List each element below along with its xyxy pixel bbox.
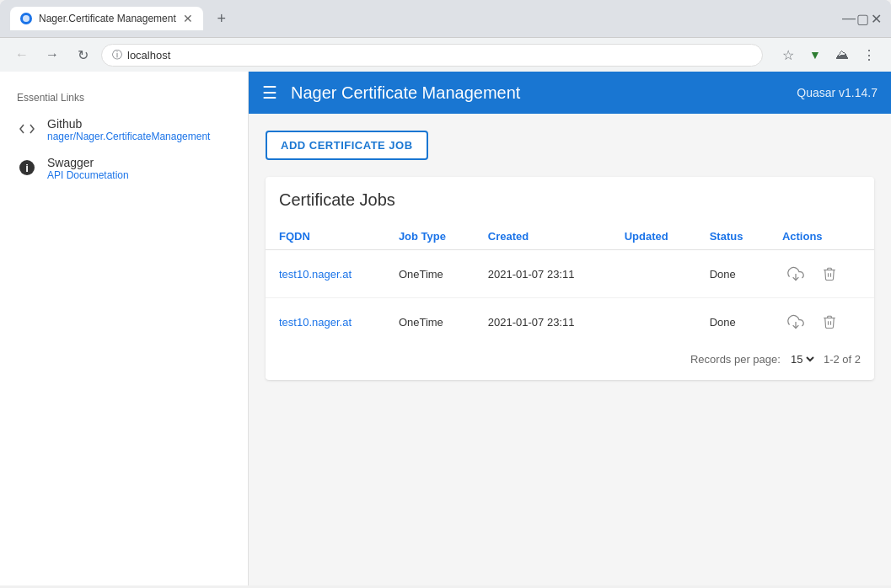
download-certificate-button[interactable] bbox=[782, 308, 809, 335]
row1-job-type: OneTime bbox=[385, 250, 475, 298]
svg-text:i: i bbox=[25, 162, 29, 174]
info-icon: i bbox=[17, 158, 37, 178]
back-button[interactable]: ← bbox=[10, 43, 34, 67]
window-controls: — ▢ ✕ bbox=[844, 13, 881, 24]
tab-title: Nager.Certificate Management bbox=[39, 13, 176, 24]
menu-icon[interactable]: ⋮ bbox=[857, 43, 881, 67]
app-header: ☰ Nager Certificate Management Quasar v1… bbox=[249, 72, 891, 114]
minimize-button[interactable]: — bbox=[844, 13, 854, 24]
header-row: FQDN Job Type Created Updated Status Act… bbox=[266, 223, 874, 250]
browser-tab[interactable]: Nager.Certificate Management ✕ bbox=[10, 7, 203, 30]
jobs-table: FQDN Job Type Created Updated Status Act… bbox=[266, 223, 874, 345]
add-certificate-job-button[interactable]: ADD CERTIFICATE JOB bbox=[266, 131, 428, 160]
records-per-page-selector[interactable]: 15 25 50 bbox=[787, 352, 817, 366]
records-per-page-label: Records per page: bbox=[690, 353, 781, 366]
table-row: test10.nager.at OneTime 2021-01-07 23:11… bbox=[266, 250, 874, 298]
row1-actions bbox=[769, 250, 874, 298]
row2-status: Done bbox=[696, 298, 769, 346]
url-text: localhost bbox=[127, 49, 752, 61]
delete-job-button[interactable] bbox=[816, 260, 843, 287]
sidebar: Essential Links Github nager/Nager.Certi… bbox=[0, 72, 249, 585]
jobs-table-wrapper: FQDN Job Type Created Updated Status Act… bbox=[266, 223, 874, 345]
col-created: Created bbox=[475, 223, 611, 250]
browser-toolbar-icons: ☆ ▼ ⛰ ⋮ bbox=[776, 43, 881, 67]
row2-fqdn: test10.nager.at bbox=[266, 298, 385, 346]
records-per-page-select[interactable]: 15 25 50 bbox=[787, 352, 817, 366]
sidebar-item-swagger[interactable]: i Swagger API Documetation bbox=[0, 149, 248, 188]
refresh-button[interactable]: ↻ bbox=[71, 43, 94, 67]
fqdn-link[interactable]: test10.nager.at bbox=[279, 268, 352, 281]
row2-action-buttons bbox=[782, 308, 861, 335]
col-status: Status bbox=[696, 223, 769, 250]
tab-close-icon[interactable]: ✕ bbox=[183, 12, 193, 25]
row1-updated bbox=[611, 250, 696, 298]
fqdn-link[interactable]: test10.nager.at bbox=[279, 316, 352, 329]
browser-chrome: Nager.Certificate Management ✕ + — ▢ ✕ ←… bbox=[0, 0, 891, 72]
main-content: ☰ Nager Certificate Management Quasar v1… bbox=[249, 72, 891, 585]
bookmark-star-icon[interactable]: ☆ bbox=[776, 43, 800, 67]
forward-button[interactable]: → bbox=[40, 43, 64, 67]
github-item-text: Github nager/Nager.CertificateManagement bbox=[47, 117, 210, 142]
sidebar-section-title: Essential Links bbox=[0, 85, 248, 110]
github-sub: nager/Nager.CertificateManagement bbox=[47, 131, 210, 142]
vuetify-icon[interactable]: ▼ bbox=[803, 43, 827, 67]
swagger-label: Swagger bbox=[47, 156, 129, 169]
app-version: Quasar v1.14.7 bbox=[797, 86, 878, 99]
col-actions: Actions bbox=[769, 223, 874, 250]
row2-updated bbox=[611, 298, 696, 346]
certificate-jobs-card: Certificate Jobs FQDN Job Type Created U… bbox=[266, 177, 874, 380]
row1-status: Done bbox=[696, 250, 769, 298]
table-header: FQDN Job Type Created Updated Status Act… bbox=[266, 223, 874, 250]
swagger-item-text: Swagger API Documetation bbox=[47, 156, 129, 181]
swagger-sub: API Documetation bbox=[47, 169, 129, 181]
sidebar-item-github[interactable]: Github nager/Nager.CertificateManagement bbox=[0, 110, 248, 149]
extensions-icon[interactable]: ⛰ bbox=[830, 43, 854, 67]
lock-icon: ⓘ bbox=[112, 48, 122, 62]
close-button[interactable]: ✕ bbox=[871, 13, 881, 24]
row1-action-buttons bbox=[782, 260, 861, 287]
hamburger-menu-icon[interactable]: ☰ bbox=[262, 83, 277, 103]
row1-created: 2021-01-07 23:11 bbox=[475, 250, 611, 298]
browser-titlebar: Nager.Certificate Management ✕ + — ▢ ✕ bbox=[0, 0, 891, 37]
tab-favicon bbox=[20, 13, 32, 24]
address-bar[interactable]: ⓘ localhost bbox=[101, 44, 763, 67]
browser-toolbar: ← → ↻ ⓘ localhost ☆ ▼ ⛰ ⋮ bbox=[0, 37, 891, 72]
table-footer: Records per page: 15 25 50 1-2 of 2 bbox=[266, 345, 874, 366]
code-icon bbox=[17, 119, 37, 139]
col-fqdn: FQDN bbox=[266, 223, 385, 250]
app-wrapper: Essential Links Github nager/Nager.Certi… bbox=[0, 72, 891, 585]
row2-actions bbox=[769, 298, 874, 346]
new-tab-button[interactable]: + bbox=[210, 7, 233, 30]
app-title: Nager Certificate Management bbox=[291, 83, 783, 103]
col-job-type: Job Type bbox=[385, 223, 475, 250]
table-row: test10.nager.at OneTime 2021-01-07 23:11… bbox=[266, 298, 874, 346]
row1-fqdn: test10.nager.at bbox=[266, 250, 385, 298]
maximize-button[interactable]: ▢ bbox=[857, 13, 867, 24]
download-certificate-button[interactable] bbox=[782, 260, 809, 287]
row2-created: 2021-01-07 23:11 bbox=[475, 298, 611, 346]
content-area: ADD CERTIFICATE JOB Certificate Jobs FQD… bbox=[249, 114, 891, 585]
row2-job-type: OneTime bbox=[385, 298, 475, 346]
card-title: Certificate Jobs bbox=[266, 190, 874, 223]
delete-job-button[interactable] bbox=[816, 308, 843, 335]
pagination-info: 1-2 of 2 bbox=[824, 353, 861, 366]
col-updated: Updated bbox=[611, 223, 696, 250]
svg-point-0 bbox=[23, 15, 30, 22]
table-body: test10.nager.at OneTime 2021-01-07 23:11… bbox=[266, 250, 874, 346]
github-label: Github bbox=[47, 117, 210, 131]
